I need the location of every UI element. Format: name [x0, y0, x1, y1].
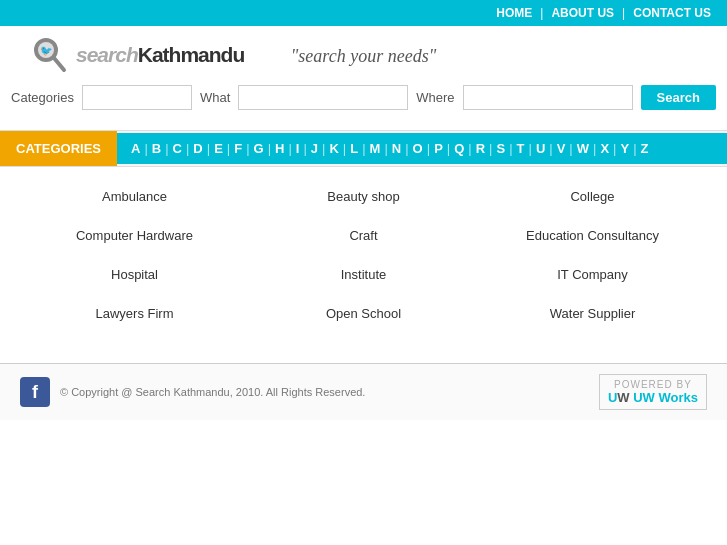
alpha-I[interactable]: I — [292, 133, 304, 164]
separator-2: | — [622, 6, 625, 20]
alpha-G[interactable]: G — [250, 133, 268, 164]
categories-filter-button[interactable]: CATEGORIES — [0, 131, 117, 166]
alpha-H[interactable]: H — [271, 133, 288, 164]
category-link[interactable]: Beauty shop — [327, 189, 399, 204]
main-wrapper: HOME | ABOUT US | CONTACT US 🐦 searchKat… — [0, 0, 727, 545]
separator-1: | — [540, 6, 543, 20]
alpha-R[interactable]: R — [472, 133, 489, 164]
alpha-D[interactable]: D — [189, 133, 206, 164]
category-item: Lawyers Firm — [20, 294, 249, 333]
category-link[interactable]: Craft — [349, 228, 377, 243]
alpha-T[interactable]: T — [513, 133, 529, 164]
search-button[interactable]: Search — [641, 85, 716, 110]
category-item: Hospital — [20, 255, 249, 294]
category-item: Open School — [249, 294, 478, 333]
category-link[interactable]: Education Consultancy — [526, 228, 659, 243]
header-area: 🐦 searchKathmandu "search your needs" Ca… — [0, 26, 727, 122]
svg-line-2 — [54, 58, 64, 70]
alpha-C[interactable]: C — [169, 133, 186, 164]
alpha-E[interactable]: E — [210, 133, 227, 164]
what-label: What — [200, 90, 230, 105]
alpha-B[interactable]: B — [148, 133, 165, 164]
alpha-V[interactable]: V — [553, 133, 570, 164]
contact-us-link[interactable]: CONTACT US — [633, 6, 711, 20]
alpha-L[interactable]: L — [346, 133, 362, 164]
alpha-X[interactable]: X — [596, 133, 613, 164]
where-label: Where — [416, 90, 454, 105]
categories-bar: CATEGORIES A | B | C | D | E | F | G | H… — [0, 130, 727, 167]
alpha-N[interactable]: N — [388, 133, 405, 164]
svg-text:🐦: 🐦 — [40, 44, 53, 57]
logo-search-text: search — [76, 43, 138, 66]
category-link[interactable]: IT Company — [557, 267, 628, 282]
alpha-Z[interactable]: Z — [637, 133, 653, 164]
alpha-P[interactable]: P — [430, 133, 447, 164]
category-item: Ambulance — [20, 177, 249, 216]
categories-input[interactable] — [82, 85, 192, 110]
logo-text: searchKathmandu — [76, 42, 244, 68]
categories-label: Categories — [11, 90, 74, 105]
alpha-U[interactable]: U — [532, 133, 549, 164]
category-item: IT Company — [478, 255, 707, 294]
category-link[interactable]: Water Supplier — [550, 306, 636, 321]
uw-works-text: UW UW Works — [608, 390, 698, 405]
category-link[interactable]: Ambulance — [102, 189, 167, 204]
category-link[interactable]: Lawyers Firm — [95, 306, 173, 321]
category-item: Institute — [249, 255, 478, 294]
alpha-Y[interactable]: Y — [616, 133, 633, 164]
alpha-Q[interactable]: Q — [450, 133, 468, 164]
category-item: Craft — [249, 216, 478, 255]
category-item: Education Consultancy — [478, 216, 707, 255]
about-us-link[interactable]: ABOUT US — [551, 6, 614, 20]
category-link[interactable]: Computer Hardware — [76, 228, 193, 243]
category-item: Beauty shop — [249, 177, 478, 216]
alpha-W[interactable]: W — [573, 133, 593, 164]
category-link[interactable]: Hospital — [111, 267, 158, 282]
category-link[interactable]: Institute — [341, 267, 387, 282]
facebook-icon[interactable]: f — [20, 377, 50, 407]
home-link[interactable]: HOME — [496, 6, 532, 20]
logo-area: 🐦 searchKathmandu — [30, 34, 244, 76]
logo-kathmandu-text: Kathmandu — [138, 43, 245, 66]
search-bar: Categories What Where Search — [0, 79, 727, 116]
alpha-F[interactable]: F — [230, 133, 246, 164]
category-item: Water Supplier — [478, 294, 707, 333]
alpha-A[interactable]: A — [127, 133, 144, 164]
logo-search-icon: 🐦 — [30, 34, 72, 76]
alpha-O[interactable]: O — [409, 133, 427, 164]
where-input[interactable] — [463, 85, 633, 110]
alpha-M[interactable]: M — [366, 133, 385, 164]
copyright-text: © Copyright @ Search Kathmandu, 2010. Al… — [60, 386, 365, 398]
category-item: College — [478, 177, 707, 216]
top-nav: HOME | ABOUT US | CONTACT US — [0, 0, 727, 26]
alphabet-list: A | B | C | D | E | F | G | H | I | J | … — [117, 133, 727, 164]
alpha-J[interactable]: J — [307, 133, 322, 164]
alpha-K[interactable]: K — [325, 133, 342, 164]
tagline: "search your needs" — [291, 46, 436, 67]
powered-by-badge: Powered By UW UW Works — [599, 374, 707, 410]
powered-by-label: Powered By — [614, 379, 692, 390]
category-grid: AmbulanceBeauty shopCollegeComputer Hard… — [0, 167, 727, 343]
what-input[interactable] — [238, 85, 408, 110]
footer-left: f © Copyright @ Search Kathmandu, 2010. … — [20, 377, 365, 407]
category-item: Computer Hardware — [20, 216, 249, 255]
alpha-S[interactable]: S — [492, 133, 509, 164]
category-link[interactable]: Open School — [326, 306, 401, 321]
footer: f © Copyright @ Search Kathmandu, 2010. … — [0, 363, 727, 420]
category-link[interactable]: College — [570, 189, 614, 204]
